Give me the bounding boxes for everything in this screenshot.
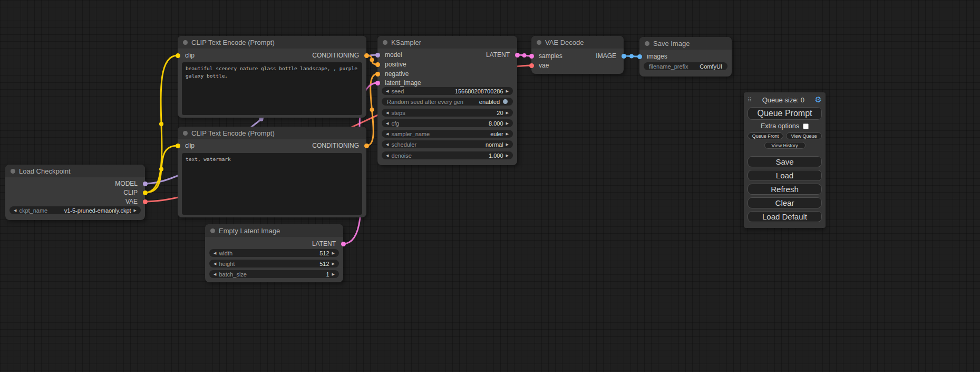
menu-panel[interactable]: ⠿ Queue size: 0 ⚙ Queue Prompt Extra opt… <box>744 92 826 228</box>
input-dot-samples[interactable] <box>529 54 534 59</box>
slot-label: CLIP <box>123 189 138 196</box>
node-header[interactable]: VAE Decode <box>531 36 624 49</box>
decrement-arrow-icon[interactable]: ◀ <box>383 87 391 95</box>
decrement-arrow-icon[interactable]: ◀ <box>211 260 219 268</box>
slot-label: LATENT <box>486 51 510 59</box>
input-dot-latent-image[interactable] <box>375 81 380 85</box>
decrement-arrow-icon[interactable]: ◀ <box>383 109 391 117</box>
node-header[interactable]: Empty Latent Image <box>205 224 343 237</box>
increment-arrow-icon[interactable]: ▶ <box>503 119 511 127</box>
node-title: Load Checkpoint <box>19 167 71 175</box>
view-queue-button[interactable]: View Queue <box>786 132 822 139</box>
input-slot-positive: positive <box>377 60 406 69</box>
output-dot-latent[interactable] <box>515 53 520 58</box>
increment-arrow-icon[interactable]: ▶ <box>503 87 511 95</box>
settings-gear-icon[interactable]: ⚙ <box>815 95 822 104</box>
input-dot-clip[interactable] <box>176 53 180 58</box>
input-dot-model[interactable] <box>375 53 380 58</box>
node-clip-text-encode-negative[interactable]: CLIP Text Encode (Prompt) clip CONDITION… <box>178 127 366 217</box>
refresh-button[interactable]: Refresh <box>748 184 822 195</box>
output-dot-latent[interactable] <box>341 242 346 246</box>
next-value-arrow-icon[interactable]: ▶ <box>503 140 511 148</box>
drag-handle-icon[interactable]: ⠿ <box>748 97 752 103</box>
extra-options-checkbox[interactable] <box>803 123 809 129</box>
widget-ckpt-name[interactable]: ◀ ckpt_name v1-5-pruned-emaonly.ckpt ▶ <box>9 206 141 214</box>
widget-height[interactable]: ◀ height 512 ▶ <box>209 260 339 268</box>
queue-front-button[interactable]: Queue Front <box>748 132 783 139</box>
menu-header: ⠿ Queue size: 0 ⚙ <box>748 95 822 104</box>
next-value-arrow-icon[interactable]: ▶ <box>131 206 139 214</box>
output-dot-conditioning[interactable] <box>364 144 369 148</box>
increment-arrow-icon[interactable]: ▶ <box>329 260 337 268</box>
node-ksampler[interactable]: KSampler model positive negative latent_… <box>377 36 517 165</box>
output-slot-clip: CLIP <box>123 188 145 197</box>
widget-denoise[interactable]: ◀ denoise 1.000 ▶ <box>382 151 513 159</box>
next-value-arrow-icon[interactable]: ▶ <box>503 130 511 138</box>
widget-steps[interactable]: ◀ steps 20 ▶ <box>382 109 513 117</box>
widget-batch-size[interactable]: ◀ batch_size 1 ▶ <box>209 270 339 278</box>
collapse-toggle-icon[interactable] <box>645 41 649 46</box>
widget-seed[interactable]: ◀ seed 156680208700286 ▶ <box>382 87 513 95</box>
input-dot-images[interactable] <box>637 54 642 59</box>
decrement-arrow-icon[interactable]: ◀ <box>383 151 391 159</box>
widget-random-seed[interactable]: Random seed after every gen enabled <box>382 98 513 106</box>
slot-label: images <box>647 53 667 60</box>
widget-sampler-name[interactable]: ◀ sampler_name euler ▶ <box>382 130 513 138</box>
increment-arrow-icon[interactable]: ▶ <box>329 270 337 278</box>
widget-scheduler[interactable]: ◀ scheduler normal ▶ <box>382 140 513 148</box>
output-dot-conditioning[interactable] <box>364 53 369 58</box>
collapse-toggle-icon[interactable] <box>537 40 541 45</box>
load-default-button[interactable]: Load Default <box>748 211 822 222</box>
collapse-toggle-icon[interactable] <box>210 228 215 233</box>
node-vae-decode[interactable]: VAE Decode samples vae IMAGE <box>531 36 624 74</box>
node-header[interactable]: Save Image <box>639 37 732 50</box>
history-button-row: View History <box>748 142 822 149</box>
node-header[interactable]: CLIP Text Encode (Prompt) <box>178 36 366 49</box>
negative-prompt-textarea[interactable]: text, watermark <box>182 153 362 215</box>
input-dot-positive[interactable] <box>375 62 380 67</box>
decrement-arrow-icon[interactable]: ◀ <box>211 270 219 278</box>
node-load-checkpoint[interactable]: Load Checkpoint MODEL CLIP VAE ◀ ckpt_na… <box>5 165 145 220</box>
view-history-button[interactable]: View History <box>764 142 806 149</box>
prev-value-arrow-icon[interactable]: ◀ <box>383 140 391 148</box>
node-empty-latent-image[interactable]: Empty Latent Image LATENT ◀ width 512 ▶ … <box>205 224 343 282</box>
widget-label: ckpt_name <box>19 207 47 214</box>
widget-filename-prefix[interactable]: filename_prefix ComfyUI <box>644 62 727 70</box>
collapse-toggle-icon[interactable] <box>183 131 188 136</box>
positive-prompt-textarea[interactable]: beautiful scenery nature glass bottle la… <box>182 62 362 115</box>
increment-arrow-icon[interactable]: ▶ <box>503 109 511 117</box>
collapse-toggle-icon[interactable] <box>11 169 15 174</box>
graph-canvas[interactable]: { "colors": { "model": "#B39DDB", "clip"… <box>0 0 980 372</box>
queue-prompt-button[interactable]: Queue Prompt <box>748 107 822 120</box>
save-button[interactable]: Save <box>748 156 822 167</box>
input-dot-clip[interactable] <box>176 144 180 148</box>
node-header[interactable]: KSampler <box>377 36 517 49</box>
increment-arrow-icon[interactable]: ▶ <box>503 151 511 159</box>
input-dot-vae[interactable] <box>529 63 534 68</box>
increment-arrow-icon[interactable]: ▶ <box>329 249 337 257</box>
input-dot-negative[interactable] <box>375 72 380 77</box>
prev-value-arrow-icon[interactable]: ◀ <box>383 130 391 138</box>
node-title: CLIP Text Encode (Prompt) <box>191 129 275 137</box>
decrement-arrow-icon[interactable]: ◀ <box>211 249 219 257</box>
queue-buttons-row: Queue Front View Queue <box>748 132 822 139</box>
prev-value-arrow-icon[interactable]: ◀ <box>11 206 19 214</box>
clear-button[interactable]: Clear <box>748 197 822 208</box>
output-dot-model[interactable] <box>143 182 148 186</box>
output-dot-clip[interactable] <box>143 190 148 195</box>
load-button[interactable]: Load <box>748 170 822 181</box>
wire-center-dot <box>629 54 634 59</box>
collapse-toggle-icon[interactable] <box>383 40 387 45</box>
node-header[interactable]: Load Checkpoint <box>5 165 145 177</box>
toggle-knob[interactable] <box>503 99 508 104</box>
collapse-toggle-icon[interactable] <box>183 40 188 45</box>
widget-cfg[interactable]: ◀ cfg 8.000 ▶ <box>382 119 513 127</box>
node-header[interactable]: CLIP Text Encode (Prompt) <box>178 127 366 139</box>
decrement-arrow-icon[interactable]: ◀ <box>383 119 391 127</box>
widget-width[interactable]: ◀ width 512 ▶ <box>209 249 339 257</box>
output-dot-image[interactable] <box>622 54 626 59</box>
output-dot-vae[interactable] <box>143 199 148 204</box>
node-clip-text-encode-positive[interactable]: CLIP Text Encode (Prompt) clip CONDITION… <box>178 36 366 118</box>
node-save-image[interactable]: Save Image images filename_prefix ComfyU… <box>639 37 732 77</box>
widget-label: scheduler <box>391 141 416 148</box>
